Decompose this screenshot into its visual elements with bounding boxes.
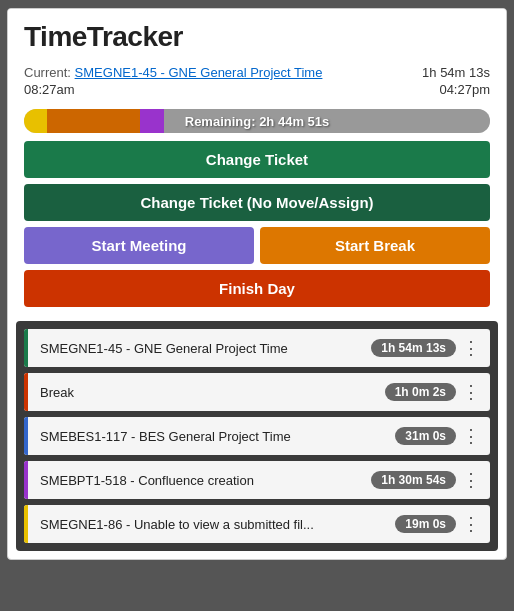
current-elapsed: 1h 54m 13s (422, 65, 490, 80)
ticket-time: 1h 54m 13s (371, 339, 456, 357)
finish-day-button[interactable]: Finish Day (24, 270, 490, 307)
start-meeting-button[interactable]: Start Meeting (24, 227, 254, 264)
ticket-accent (24, 329, 28, 367)
progress-bar: Remaining: 2h 44m 51s (24, 109, 490, 133)
ticket-name: Break (32, 385, 385, 400)
ticket-time: 1h 30m 54s (371, 471, 456, 489)
app-title: TimeTracker (24, 21, 490, 53)
ticket-menu-icon[interactable]: ⋮ (460, 471, 482, 489)
current-ticket-link[interactable]: SMEGNE1-45 - GNE General Project Time (75, 65, 323, 80)
end-time: 04:27pm (439, 82, 490, 97)
start-time: 08:27am (24, 82, 75, 97)
progress-label: Remaining: 2h 44m 51s (24, 114, 490, 129)
ticket-accent (24, 505, 28, 543)
ticket-name: SMEBPT1-518 - Confluence creation (32, 473, 371, 488)
ticket-item[interactable]: SMEBES1-117 - BES General Project Time31… (24, 417, 490, 455)
ticket-menu-icon[interactable]: ⋮ (460, 383, 482, 401)
ticket-time: 19m 0s (395, 515, 456, 533)
ticket-accent (24, 461, 28, 499)
change-ticket-button[interactable]: Change Ticket (24, 141, 490, 178)
ticket-item[interactable]: SMEBPT1-518 - Confluence creation1h 30m … (24, 461, 490, 499)
current-label: Current: (24, 65, 71, 80)
ticket-menu-icon[interactable]: ⋮ (460, 339, 482, 357)
ticket-list: SMEGNE1-45 - GNE General Project Time1h … (16, 321, 498, 551)
ticket-time: 31m 0s (395, 427, 456, 445)
ticket-menu-icon[interactable]: ⋮ (460, 515, 482, 533)
ticket-name: SMEBES1-117 - BES General Project Time (32, 429, 395, 444)
ticket-item[interactable]: SMEGNE1-86 - Unable to view a submitted … (24, 505, 490, 543)
change-ticket-no-move-button[interactable]: Change Ticket (No Move/Assign) (24, 184, 490, 221)
ticket-accent (24, 417, 28, 455)
ticket-menu-icon[interactable]: ⋮ (460, 427, 482, 445)
ticket-item[interactable]: SMEGNE1-45 - GNE General Project Time1h … (24, 329, 490, 367)
ticket-name: SMEGNE1-45 - GNE General Project Time (32, 341, 371, 356)
ticket-name: SMEGNE1-86 - Unable to view a submitted … (32, 517, 395, 532)
start-break-button[interactable]: Start Break (260, 227, 490, 264)
ticket-accent (24, 373, 28, 411)
ticket-time: 1h 0m 2s (385, 383, 456, 401)
ticket-item[interactable]: Break1h 0m 2s⋮ (24, 373, 490, 411)
